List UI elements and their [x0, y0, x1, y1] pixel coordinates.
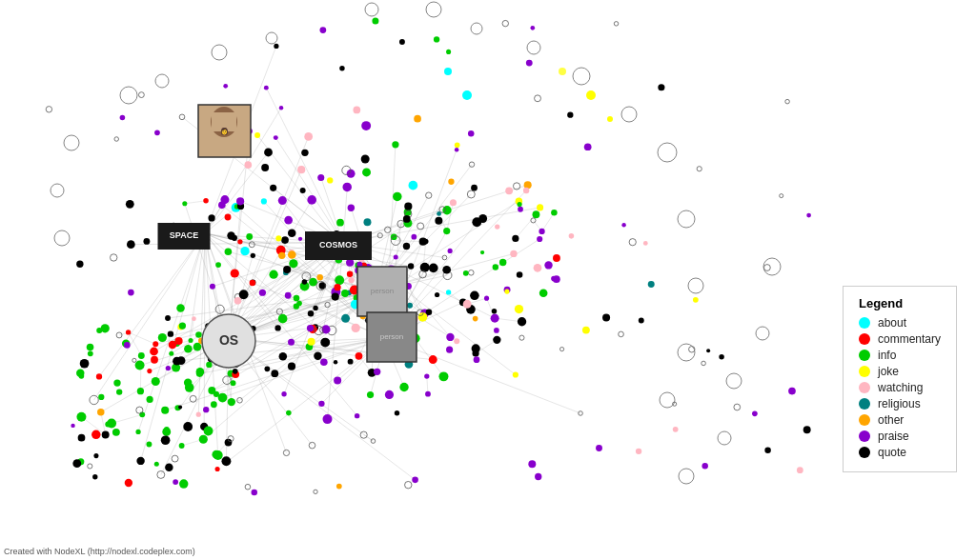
legend-item-other: other [859, 413, 941, 427]
legend-label-info: info [878, 349, 896, 362]
legend-item-info: info [859, 349, 941, 362]
legend-dot-about [859, 317, 870, 329]
legend-label-praise: praise [878, 430, 909, 443]
legend-item-quote: quote [859, 446, 941, 459]
legend-dot-quote [859, 447, 870, 458]
network-graph: Legend aboutcommentaryinfojokewatchingre… [0, 0, 976, 560]
legend-panel: Legend aboutcommentaryinfojokewatchingre… [843, 286, 957, 472]
legend-item-commentary: commentary [859, 332, 941, 346]
legend-label-quote: quote [878, 446, 906, 459]
legend-label-joke: joke [878, 365, 899, 378]
legend-dot-joke [859, 366, 870, 377]
legend-item-watching: watching [859, 381, 941, 394]
legend-label-watching: watching [878, 381, 923, 394]
legend-dot-info [859, 350, 870, 361]
legend-dot-religious [859, 398, 870, 410]
legend-item-religious: religious [859, 397, 941, 410]
legend-dot-commentary [859, 333, 870, 345]
legend-dot-praise [859, 430, 870, 442]
legend-item-about: about [859, 316, 941, 330]
legend-label-religious: religious [878, 397, 921, 410]
footer-text: Created with NodeXL (http://nodexl.codep… [4, 547, 195, 556]
legend-label-about: about [878, 316, 906, 330]
legend-item-praise: praise [859, 430, 941, 443]
legend-title: Legend [859, 296, 941, 310]
legend-item-joke: joke [859, 365, 941, 378]
legend-dot-other [859, 414, 870, 426]
legend-label-other: other [878, 413, 904, 427]
legend-dot-watching [859, 382, 870, 393]
legend-label-commentary: commentary [878, 332, 941, 346]
